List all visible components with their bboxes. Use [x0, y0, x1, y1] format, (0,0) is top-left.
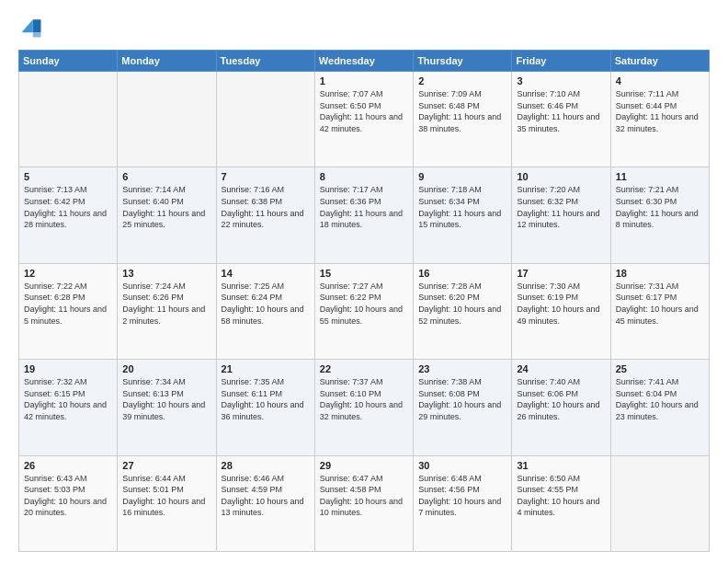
day-info: Sunrise: 6:48 AM Sunset: 4:56 PM Dayligh… — [418, 473, 506, 519]
day-number: 4 — [616, 75, 704, 86]
day-number: 5 — [24, 171, 112, 182]
weekday-header-wednesday: Wednesday — [314, 51, 413, 72]
day-number: 13 — [122, 268, 210, 279]
calendar: SundayMondayTuesdayWednesdayThursdayFrid… — [18, 50, 710, 552]
day-cell: 29Sunrise: 6:47 AM Sunset: 4:58 PM Dayli… — [314, 455, 413, 551]
day-cell: 3Sunrise: 7:10 AM Sunset: 6:46 PM Daylig… — [512, 72, 610, 167]
day-number: 26 — [24, 460, 112, 471]
weekday-header-row: SundayMondayTuesdayWednesdayThursdayFrid… — [19, 51, 710, 72]
svg-marker-2 — [33, 32, 41, 37]
day-cell: 7Sunrise: 7:16 AM Sunset: 6:38 PM Daylig… — [216, 167, 314, 263]
day-number: 30 — [418, 460, 506, 471]
day-info: Sunrise: 7:17 AM Sunset: 6:36 PM Dayligh… — [320, 184, 408, 230]
day-info: Sunrise: 6:50 AM Sunset: 4:55 PM Dayligh… — [517, 473, 605, 519]
day-cell: 9Sunrise: 7:18 AM Sunset: 6:34 PM Daylig… — [414, 167, 512, 263]
day-number: 11 — [616, 171, 704, 182]
day-cell: 16Sunrise: 7:28 AM Sunset: 6:20 PM Dayli… — [414, 263, 512, 359]
day-info: Sunrise: 7:24 AM Sunset: 6:26 PM Dayligh… — [122, 281, 210, 327]
week-row-2: 5Sunrise: 7:13 AM Sunset: 6:42 PM Daylig… — [19, 167, 710, 263]
day-cell: 6Sunrise: 7:14 AM Sunset: 6:40 PM Daylig… — [118, 167, 216, 263]
day-number: 22 — [320, 363, 408, 374]
day-info: Sunrise: 7:32 AM Sunset: 6:15 PM Dayligh… — [24, 376, 112, 422]
day-info: Sunrise: 7:31 AM Sunset: 6:17 PM Dayligh… — [616, 281, 704, 327]
day-cell: 28Sunrise: 6:46 AM Sunset: 4:59 PM Dayli… — [216, 455, 314, 551]
day-number: 2 — [418, 75, 506, 86]
day-cell: 1Sunrise: 7:07 AM Sunset: 6:50 PM Daylig… — [314, 72, 413, 167]
day-number: 1 — [320, 75, 408, 86]
day-cell: 11Sunrise: 7:21 AM Sunset: 6:30 PM Dayli… — [610, 167, 709, 263]
day-cell: 10Sunrise: 7:20 AM Sunset: 6:32 PM Dayli… — [512, 167, 610, 263]
day-cell: 23Sunrise: 7:38 AM Sunset: 6:08 PM Dayli… — [414, 360, 512, 455]
day-cell: 13Sunrise: 7:24 AM Sunset: 6:26 PM Dayli… — [118, 263, 216, 359]
day-cell: 19Sunrise: 7:32 AM Sunset: 6:15 PM Dayli… — [19, 360, 118, 455]
day-number: 21 — [222, 363, 310, 374]
weekday-header-sunday: Sunday — [19, 51, 118, 72]
weekday-header-saturday: Saturday — [610, 51, 709, 72]
logo — [18, 15, 48, 40]
day-cell: 24Sunrise: 7:40 AM Sunset: 6:06 PM Dayli… — [512, 360, 610, 455]
day-info: Sunrise: 7:18 AM Sunset: 6:34 PM Dayligh… — [418, 184, 506, 230]
day-cell: 17Sunrise: 7:30 AM Sunset: 6:19 PM Dayli… — [512, 263, 610, 359]
day-number: 3 — [517, 75, 605, 86]
logo-icon — [18, 15, 44, 40]
day-number: 20 — [122, 363, 210, 374]
weekday-header-tuesday: Tuesday — [216, 51, 314, 72]
day-info: Sunrise: 7:34 AM Sunset: 6:13 PM Dayligh… — [122, 376, 210, 422]
day-info: Sunrise: 7:22 AM Sunset: 6:28 PM Dayligh… — [24, 281, 112, 327]
day-number: 12 — [24, 268, 112, 279]
day-number: 8 — [320, 171, 408, 182]
day-info: Sunrise: 7:11 AM Sunset: 6:44 PM Dayligh… — [616, 88, 704, 134]
day-info: Sunrise: 7:07 AM Sunset: 6:50 PM Dayligh… — [320, 88, 408, 134]
day-cell: 31Sunrise: 6:50 AM Sunset: 4:55 PM Dayli… — [512, 455, 610, 551]
day-info: Sunrise: 6:46 AM Sunset: 4:59 PM Dayligh… — [222, 473, 310, 519]
day-cell — [216, 72, 314, 167]
day-number: 24 — [517, 363, 605, 374]
day-cell: 25Sunrise: 7:41 AM Sunset: 6:04 PM Dayli… — [610, 360, 709, 455]
day-number: 27 — [122, 460, 210, 471]
day-info: Sunrise: 7:21 AM Sunset: 6:30 PM Dayligh… — [616, 184, 704, 230]
day-info: Sunrise: 7:20 AM Sunset: 6:32 PM Dayligh… — [517, 184, 605, 230]
week-row-4: 19Sunrise: 7:32 AM Sunset: 6:15 PM Dayli… — [19, 360, 710, 455]
day-number: 16 — [418, 268, 506, 279]
day-cell: 26Sunrise: 6:43 AM Sunset: 5:03 PM Dayli… — [19, 455, 118, 551]
day-info: Sunrise: 7:28 AM Sunset: 6:20 PM Dayligh… — [418, 281, 506, 327]
day-cell: 18Sunrise: 7:31 AM Sunset: 6:17 PM Dayli… — [610, 263, 709, 359]
day-number: 7 — [222, 171, 310, 182]
day-cell: 30Sunrise: 6:48 AM Sunset: 4:56 PM Dayli… — [414, 455, 512, 551]
day-info: Sunrise: 6:47 AM Sunset: 4:58 PM Dayligh… — [320, 473, 408, 519]
day-info: Sunrise: 7:40 AM Sunset: 6:06 PM Dayligh… — [517, 376, 605, 422]
day-number: 15 — [320, 268, 408, 279]
day-number: 25 — [616, 363, 704, 374]
day-cell — [118, 72, 216, 167]
day-number: 9 — [418, 171, 506, 182]
day-number: 10 — [517, 171, 605, 182]
day-cell: 2Sunrise: 7:09 AM Sunset: 6:48 PM Daylig… — [414, 72, 512, 167]
weekday-header-thursday: Thursday — [414, 51, 512, 72]
svg-marker-1 — [22, 19, 33, 32]
day-number: 29 — [320, 460, 408, 471]
day-info: Sunrise: 7:35 AM Sunset: 6:11 PM Dayligh… — [222, 376, 310, 422]
svg-marker-0 — [33, 19, 41, 32]
day-cell: 22Sunrise: 7:37 AM Sunset: 6:10 PM Dayli… — [314, 360, 413, 455]
week-row-1: 1Sunrise: 7:07 AM Sunset: 6:50 PM Daylig… — [19, 72, 710, 167]
header — [18, 15, 710, 40]
day-cell: 4Sunrise: 7:11 AM Sunset: 6:44 PM Daylig… — [610, 72, 709, 167]
day-info: Sunrise: 7:14 AM Sunset: 6:40 PM Dayligh… — [122, 184, 210, 230]
day-number: 18 — [616, 268, 704, 279]
day-info: Sunrise: 6:43 AM Sunset: 5:03 PM Dayligh… — [24, 473, 112, 519]
day-info: Sunrise: 6:44 AM Sunset: 5:01 PM Dayligh… — [122, 473, 210, 519]
day-info: Sunrise: 7:27 AM Sunset: 6:22 PM Dayligh… — [320, 281, 408, 327]
weekday-header-monday: Monday — [118, 51, 216, 72]
day-info: Sunrise: 7:25 AM Sunset: 6:24 PM Dayligh… — [222, 281, 310, 327]
day-cell: 5Sunrise: 7:13 AM Sunset: 6:42 PM Daylig… — [19, 167, 118, 263]
day-info: Sunrise: 7:10 AM Sunset: 6:46 PM Dayligh… — [517, 88, 605, 134]
day-info: Sunrise: 7:09 AM Sunset: 6:48 PM Dayligh… — [418, 88, 506, 134]
day-info: Sunrise: 7:30 AM Sunset: 6:19 PM Dayligh… — [517, 281, 605, 327]
day-info: Sunrise: 7:38 AM Sunset: 6:08 PM Dayligh… — [418, 376, 506, 422]
day-cell: 21Sunrise: 7:35 AM Sunset: 6:11 PM Dayli… — [216, 360, 314, 455]
day-number: 23 — [418, 363, 506, 374]
day-cell — [19, 72, 118, 167]
day-cell — [610, 455, 709, 551]
day-info: Sunrise: 7:16 AM Sunset: 6:38 PM Dayligh… — [222, 184, 310, 230]
week-row-5: 26Sunrise: 6:43 AM Sunset: 5:03 PM Dayli… — [19, 455, 710, 551]
